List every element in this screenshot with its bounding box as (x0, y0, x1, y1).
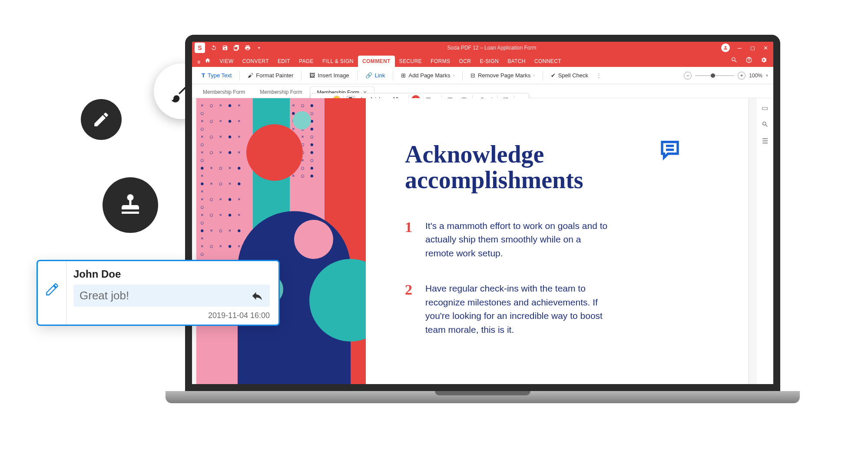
panel-search-icon[interactable] (761, 120, 769, 129)
zoom-in-button[interactable]: + (738, 72, 745, 80)
stamp-icon-circle (103, 177, 158, 233)
format-painter-button[interactable]: 🖌Format Painter (243, 70, 298, 80)
panel-thumbnails-icon[interactable]: ▭ (761, 103, 769, 112)
more-icon[interactable]: ⋮ (596, 72, 602, 79)
menu-secure[interactable]: SECURE (395, 56, 426, 67)
chevron-right-icon: › (453, 73, 454, 78)
comment-marker-icon[interactable] (657, 139, 683, 162)
type-text-icon: T (202, 72, 205, 79)
actionbar: TType Text 🖌Format Painter 🖼Insert Image… (192, 67, 773, 84)
spellcheck-icon: ✔ (551, 72, 556, 79)
insert-image-button[interactable]: 🖼Insert Image (305, 70, 353, 80)
titlebar: S ▾ Soda PDF 12 – Loan Application Form … (192, 42, 773, 54)
laptop-frame: S ▾ Soda PDF 12 – Loan Application Form … (185, 35, 780, 403)
zoom-out-button[interactable]: − (684, 72, 692, 80)
svg-point-0 (725, 46, 726, 48)
comment-popup: John Doe Great job! 2019-11-04 16:00 (36, 260, 280, 326)
menu-esign[interactable]: E-SIGN (475, 56, 503, 67)
list-number: 2 (405, 282, 412, 336)
link-button[interactable]: 🔗Link (361, 70, 390, 80)
app-title: Soda PDF 12 – Loan Application Form (262, 45, 721, 51)
link-icon: 🔗 (365, 72, 372, 79)
user-avatar[interactable] (721, 43, 730, 52)
comment-author: John Doe (73, 268, 270, 280)
document-tab[interactable]: Membership Form (195, 86, 252, 98)
menu-page[interactable]: PAGE (295, 56, 318, 67)
decorative-artwork: × ○ × ● × ○× ○ × ● × ○× ○ × ● × ○× ○ × ●… (196, 98, 366, 384)
menu-forms[interactable]: FORMS (426, 56, 454, 67)
laptop-base (166, 391, 800, 403)
menu-connect[interactable]: CONNECT (530, 56, 566, 67)
menu-comment[interactable]: COMMENT (358, 56, 395, 67)
maximize-icon[interactable]: ◻ (749, 44, 756, 51)
pencil-icon-circle (81, 99, 122, 140)
remove-page-icon: ⊟ (470, 72, 475, 79)
paintbrush-icon: 🖌 (248, 72, 253, 79)
menu-convert[interactable]: CONVERT (238, 56, 273, 67)
qat-dropdown-icon[interactable]: ▾ (255, 44, 262, 51)
comment-timestamp: 2019-11-04 16:00 (73, 311, 270, 320)
pencil-icon[interactable] (45, 282, 60, 297)
menu-batch[interactable]: BATCH (503, 56, 530, 67)
menu-fillsign[interactable]: FILL & SIGN (318, 56, 358, 67)
list-item: 1 It's a mammoth effort to work on goals… (405, 219, 713, 260)
minimize-icon[interactable]: ─ (736, 44, 743, 51)
menubar: ≡ VIEW CONVERT EDIT PAGE FILL & SIGN COM… (192, 54, 773, 67)
chevron-down-icon[interactable]: ▾ (766, 73, 768, 78)
document-area: × ○ × ● × ○× ○ × ● × ○× ○ × ● × ○× ○ × ●… (192, 98, 756, 384)
menu-ocr[interactable]: OCR (455, 56, 476, 67)
list-number: 1 (405, 219, 412, 260)
chevron-right-icon: › (533, 73, 534, 78)
home-icon[interactable] (203, 56, 212, 65)
document-tab[interactable]: Membership Form (252, 86, 309, 98)
spell-check-button[interactable]: ✔Spell Check (547, 70, 593, 80)
menu-view[interactable]: VIEW (215, 56, 238, 67)
undo-icon[interactable] (210, 44, 217, 51)
type-text-button[interactable]: TType Text (197, 70, 236, 80)
zoom-value: 100% (749, 73, 762, 79)
reply-icon[interactable] (251, 289, 264, 302)
close-window-icon[interactable]: ✕ (762, 44, 769, 51)
remove-page-marks-button[interactable]: ⊟Remove Page Marks› (466, 70, 539, 80)
panel-layers-icon[interactable]: ☰ (761, 136, 769, 145)
list-text: Have regular check-ins with the team to … (425, 282, 608, 336)
comment-text: Great job! (80, 289, 129, 302)
settings-gear-icon[interactable] (759, 56, 768, 64)
menu-edit[interactable]: EDIT (273, 56, 295, 67)
zoom-slider[interactable] (695, 75, 734, 76)
save-icon[interactable] (222, 44, 229, 51)
help-icon[interactable] (745, 56, 753, 64)
list-item: 2 Have regular check-ins with the team t… (405, 282, 713, 336)
search-icon[interactable] (730, 56, 739, 64)
hamburger-icon[interactable]: ≡ (197, 59, 200, 65)
print-icon[interactable] (244, 44, 251, 51)
page: × ○ × ● × ○× ○ × ● × ○× ○ × ● × ○× ○ × ●… (196, 98, 748, 384)
app-logo: S (195, 43, 205, 53)
add-page-marks-button[interactable]: ⊞Add Page Marks› (397, 70, 458, 80)
right-dock: ▭ ☰ (756, 98, 773, 384)
image-icon: 🖼 (309, 72, 315, 79)
plus-page-icon: ⊞ (401, 72, 406, 79)
clipboard-icon[interactable] (233, 44, 240, 51)
list-text: It's a mammoth effort to work on goals a… (425, 219, 608, 260)
comment-input[interactable]: Great job! (73, 285, 270, 307)
